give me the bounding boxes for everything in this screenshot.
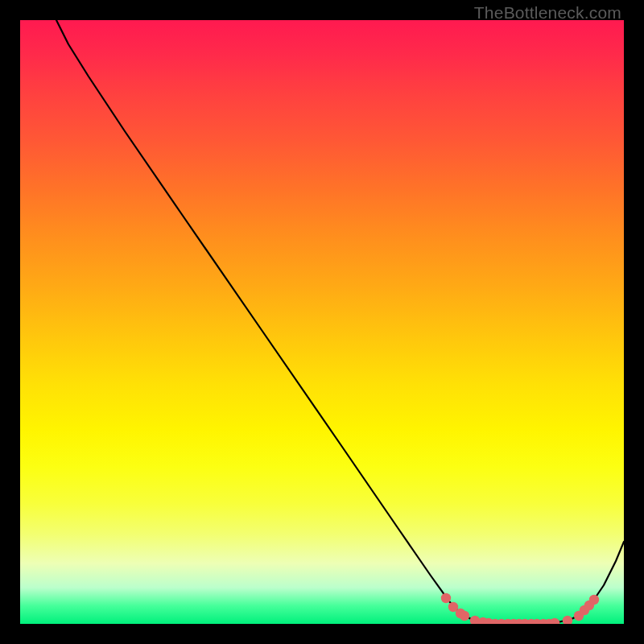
data-marker bbox=[460, 611, 469, 621]
data-marker bbox=[441, 593, 451, 603]
data-marker bbox=[550, 618, 559, 624]
data-marker bbox=[563, 616, 572, 624]
bottleneck-chart: TheBottleneck.com bbox=[0, 0, 644, 644]
watermark-text: TheBottleneck.com bbox=[474, 3, 621, 23]
data-markers bbox=[441, 593, 599, 624]
bottleneck-curve bbox=[56, 20, 624, 624]
chart-svg bbox=[20, 20, 624, 624]
plot-area bbox=[20, 20, 624, 624]
data-marker bbox=[589, 595, 599, 605]
